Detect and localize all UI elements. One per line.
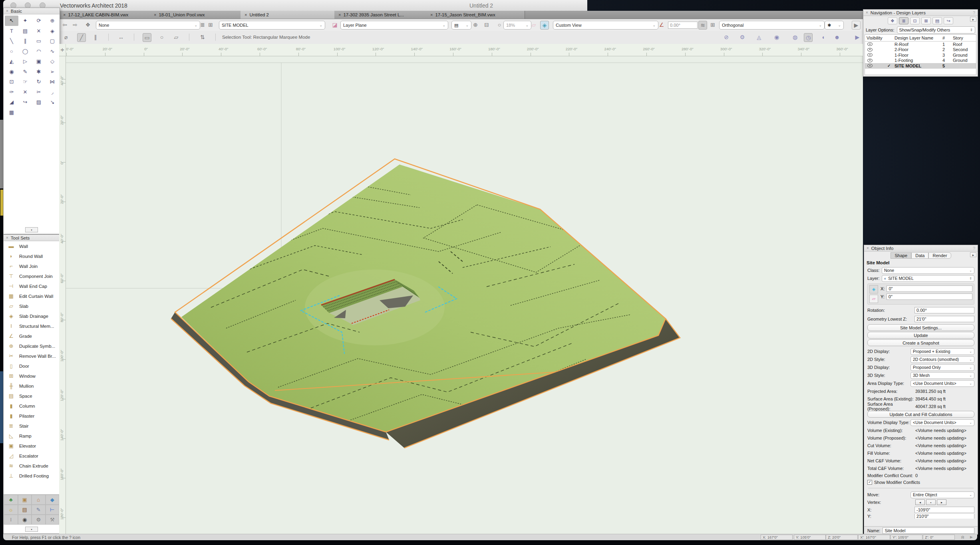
- basic-tool-icon[interactable]: ▣: [32, 56, 46, 67]
- vertex-y-field[interactable]: 210'0": [914, 514, 974, 519]
- basic-tool-icon[interactable]: ⋈: [46, 77, 59, 87]
- forward-icon[interactable]: ⇨: [71, 21, 79, 29]
- volume-type-dropdown[interactable]: <Use Document Units>⌄: [910, 419, 974, 426]
- tool-sets-item[interactable]: ╫ Mullion: [4, 381, 60, 391]
- basic-tool-icon[interactable]: ✦: [18, 16, 32, 26]
- plane-mode-dropdown[interactable]: Layer Plane⌄: [340, 21, 448, 30]
- update-cut-fill-button[interactable]: Update Cut and Fill Calculations: [867, 411, 974, 418]
- tool-sets-item[interactable]: ▮ Column: [4, 401, 60, 411]
- drawing-canvas[interactable]: ✛ 40'-0"20'-0"0"20'-0"40'-0"60'-0"80'-0"…: [59, 44, 863, 534]
- design-layer-row[interactable]: ✓ R-Roof 1 Roof: [865, 42, 976, 47]
- status-expand-icon[interactable]: ▶: [970, 535, 973, 539]
- basic-tool-icon[interactable]: ╲: [5, 36, 18, 46]
- object-info-tab[interactable]: Data: [911, 252, 928, 259]
- active-layer-dropdown[interactable]: SITE MODEL⌄: [219, 21, 325, 30]
- basic-tool-icon[interactable]: ✎: [18, 67, 32, 77]
- basic-tool-icon[interactable]: ◈: [46, 26, 59, 36]
- close-icon[interactable]: ×: [867, 246, 869, 250]
- render-mode-icon[interactable]: ◍: [791, 33, 799, 41]
- y-field[interactable]: 0": [887, 293, 972, 300]
- basic-tool-icon[interactable]: ➢: [46, 67, 59, 77]
- saved-view-dropdown[interactable]: Custom View⌄: [553, 21, 658, 30]
- pan-mode-dropdown[interactable]: ✱⌄: [825, 21, 844, 30]
- zoom-level-dropdown[interactable]: 18%⌄: [503, 21, 531, 30]
- mode-icon[interactable]: ○: [158, 33, 166, 41]
- basic-tool-icon[interactable]: ✂: [32, 87, 46, 97]
- palette-expand-button[interactable]: ▾: [25, 527, 38, 532]
- visibility-eye-icon[interactable]: [867, 59, 873, 62]
- close-icon[interactable]: ×: [6, 9, 8, 13]
- document-tab[interactable]: × 17-302 3935 Jason Street L...: [334, 11, 433, 19]
- back-icon[interactable]: ⇦: [61, 21, 69, 29]
- tool-sets-item[interactable]: ▱ Slab: [4, 301, 60, 311]
- tool-sets-item[interactable]: I Structural Mem...: [4, 321, 60, 331]
- tool-sets-item[interactable]: ≣ Stair: [4, 421, 60, 431]
- palette-titlebar[interactable]: × Navigation - Design Layers ?: [863, 10, 978, 16]
- vertex-next-button[interactable]: ▸: [937, 499, 946, 505]
- basic-tool-icon[interactable]: ⟳: [32, 16, 46, 26]
- help-icon[interactable]: ?: [973, 246, 975, 251]
- clip-cube-icon[interactable]: ▱: [530, 21, 538, 29]
- render-mode-icon[interactable]: ◐: [820, 33, 828, 41]
- document-tab[interactable]: × Untitled 2: [241, 11, 341, 19]
- view-rotation-field[interactable]: 0.00°: [668, 22, 698, 29]
- multi-view-icon[interactable]: ⊞: [709, 21, 717, 29]
- navigation-mode-icon[interactable]: ⊡: [910, 17, 920, 24]
- tool-sets-item[interactable]: ▣ Elevator: [4, 441, 60, 451]
- basic-tool-icon[interactable]: ◭: [5, 56, 18, 67]
- design-layer-row[interactable]: ✓ SITE MODEL 5: [865, 63, 976, 69]
- tool-sets-item[interactable]: ⊤ Component Join: [4, 271, 60, 281]
- lowest-z-field[interactable]: 21'0": [914, 316, 974, 322]
- basic-tool-icon[interactable]: ◇: [46, 56, 59, 67]
- tool-set-category-icon[interactable]: ✎: [32, 505, 46, 515]
- design-layer-row[interactable]: ✓ 2-Floor 2 Second: [865, 47, 976, 53]
- ruler-origin-icon[interactable]: ✛: [59, 44, 66, 56]
- basic-tool-icon[interactable]: ▦: [5, 107, 18, 118]
- rotation-field[interactable]: 0.00°: [914, 307, 974, 313]
- object-info-tab[interactable]: Shape: [891, 252, 911, 259]
- elevation-icon[interactable]: ▱: [869, 295, 878, 303]
- table-header[interactable]: Visibility Design Layer Name # Story: [865, 35, 976, 42]
- render-mode-icon[interactable]: ⚙: [738, 33, 746, 41]
- site-model-settings-button[interactable]: Site Model Settings...: [867, 324, 974, 331]
- tool-sets-item[interactable]: ⊥ Drilled Footing: [4, 471, 60, 481]
- vertex-x-field[interactable]: -109'0": [914, 507, 974, 513]
- setting-dropdown[interactable]: <Use Document Units>⌄: [910, 380, 974, 387]
- basic-tool-icon[interactable]: ∥: [18, 36, 32, 46]
- basic-tool-icon[interactable]: ▷: [18, 56, 32, 67]
- zoom-selection-icon[interactable]: ⊟: [483, 21, 491, 29]
- vertex-current-button[interactable]: •: [926, 499, 936, 505]
- setting-dropdown[interactable]: Proposed Only⌄: [910, 364, 974, 371]
- flyover-view-icon[interactable]: ◈: [540, 21, 549, 30]
- visibility-eye-icon[interactable]: [867, 48, 873, 52]
- tool-sets-item[interactable]: ▯ Door: [4, 361, 60, 371]
- render-mode-icon[interactable]: ⊘: [722, 33, 730, 41]
- zoom-in-icon[interactable]: ⊕: [471, 21, 479, 29]
- basic-tool-icon[interactable]: ◉: [5, 67, 18, 77]
- alerts-bell-icon[interactable]: ⍾: [961, 535, 964, 540]
- render-mode-icon[interactable]: ◷: [804, 33, 813, 42]
- basic-tool-icon[interactable]: ◯: [18, 46, 32, 57]
- tool-set-category-icon[interactable]: ▣: [18, 495, 32, 505]
- mode-icon[interactable]: ⌀: [62, 33, 70, 41]
- tool-sets-item[interactable]: ≋ Chain Extrude: [4, 461, 60, 471]
- tool-set-category-icon[interactable]: ⌂: [32, 495, 46, 505]
- basic-tool-icon[interactable]: ◠: [32, 46, 46, 57]
- basic-tool-icon[interactable]: ☞: [18, 77, 32, 87]
- palette-titlebar[interactable]: × Basic: [4, 8, 60, 14]
- tool-set-category-icon[interactable]: ⚒: [46, 515, 60, 525]
- setting-dropdown[interactable]: Proposed + Existing⌄: [910, 348, 974, 355]
- tool-sets-item[interactable]: ▦ Edit Curtain Wall: [4, 291, 60, 301]
- palette-menu-icon[interactable]: ▶: [970, 17, 976, 22]
- tool-sets-item[interactable]: ◺ Ramp: [4, 431, 60, 441]
- basic-tool-icon[interactable]: ▨: [32, 97, 46, 107]
- basic-tool-icon[interactable]: ◢: [5, 97, 18, 107]
- tool-sets-item[interactable]: ▤ Space: [4, 391, 60, 401]
- tab-close-icon[interactable]: ×: [245, 12, 247, 17]
- basic-tool-icon[interactable]: ⊡: [5, 77, 18, 87]
- tab-close-icon[interactable]: ×: [63, 12, 66, 17]
- mode-icon[interactable]: ⇅: [199, 33, 207, 41]
- x-field[interactable]: 0": [887, 285, 972, 292]
- navigation-mode-icon[interactable]: ⊠: [921, 17, 931, 24]
- help-icon[interactable]: ?: [973, 10, 975, 15]
